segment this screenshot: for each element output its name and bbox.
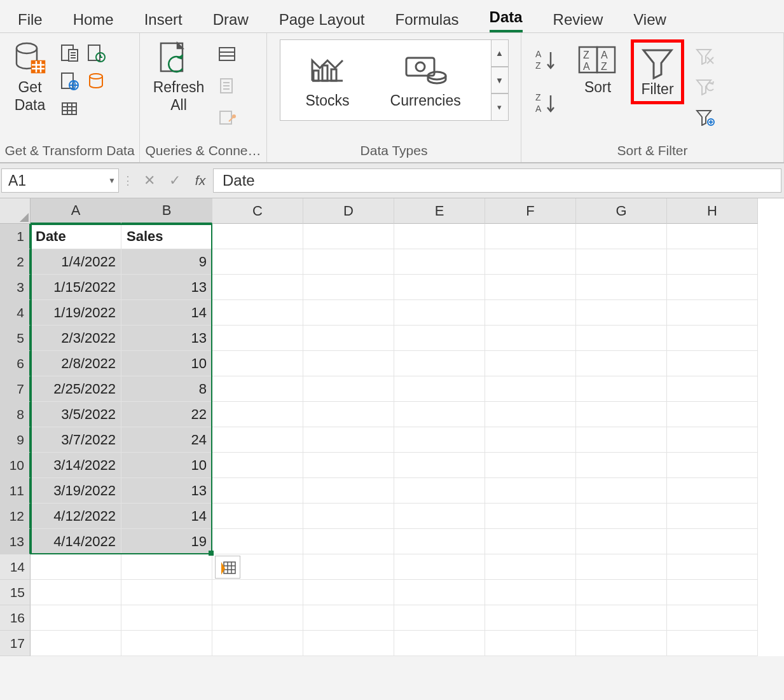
- data-type-stocks[interactable]: Stocks: [306, 51, 350, 109]
- cell[interactable]: [667, 376, 758, 402]
- name-box[interactable]: A1 ▼: [1, 168, 119, 193]
- cell[interactable]: [303, 529, 394, 554]
- row-header[interactable]: 5: [0, 326, 31, 351]
- cell[interactable]: [212, 224, 303, 249]
- gallery-down-button[interactable]: ▼: [491, 67, 509, 94]
- cell[interactable]: [576, 529, 667, 554]
- cell[interactable]: [303, 326, 394, 351]
- cell[interactable]: [667, 249, 758, 275]
- cell[interactable]: [576, 453, 667, 478]
- cell[interactable]: [394, 529, 485, 554]
- cell[interactable]: [394, 631, 485, 656]
- cell[interactable]: [31, 554, 121, 580]
- data-type-currencies[interactable]: Currencies: [390, 51, 461, 109]
- cell[interactable]: [212, 249, 303, 275]
- cell[interactable]: [394, 300, 485, 326]
- edit-links-icon[interactable]: [216, 107, 238, 128]
- cell[interactable]: 13: [121, 275, 212, 300]
- col-header[interactable]: B: [121, 198, 212, 224]
- cell[interactable]: [576, 249, 667, 275]
- cell[interactable]: [485, 605, 576, 631]
- row-header[interactable]: 6: [0, 351, 31, 376]
- cell[interactable]: 3/5/2022: [31, 402, 121, 427]
- cell[interactable]: [212, 326, 303, 351]
- cancel-formula-button[interactable]: ✕: [137, 172, 162, 189]
- cell[interactable]: 13: [121, 326, 212, 351]
- cell[interactable]: [394, 351, 485, 376]
- cell[interactable]: 2/25/2022: [31, 376, 121, 402]
- cell[interactable]: 1/15/2022: [31, 275, 121, 300]
- cell[interactable]: [667, 275, 758, 300]
- sort-desc-button[interactable]: ZA: [532, 89, 560, 117]
- cell[interactable]: [121, 605, 212, 631]
- cell[interactable]: [667, 478, 758, 504]
- cell[interactable]: [394, 249, 485, 275]
- from-web-icon[interactable]: [58, 70, 80, 92]
- cell[interactable]: [667, 529, 758, 554]
- cell[interactable]: [485, 478, 576, 504]
- cell[interactable]: [212, 453, 303, 478]
- cell[interactable]: [31, 605, 121, 631]
- cell[interactable]: 1/4/2022: [31, 249, 121, 275]
- cell[interactable]: [303, 376, 394, 402]
- tab-formulas[interactable]: Formulas: [395, 11, 459, 32]
- cell[interactable]: Sales: [121, 224, 212, 249]
- cell[interactable]: [576, 275, 667, 300]
- row-header[interactable]: 8: [0, 402, 31, 427]
- cell[interactable]: [485, 224, 576, 249]
- cell[interactable]: [485, 300, 576, 326]
- cell[interactable]: [394, 224, 485, 249]
- cell[interactable]: [121, 580, 212, 605]
- cell[interactable]: [667, 224, 758, 249]
- cell[interactable]: [485, 249, 576, 275]
- cell[interactable]: [303, 249, 394, 275]
- cell[interactable]: [394, 402, 485, 427]
- cell[interactable]: 3/14/2022: [31, 453, 121, 478]
- cell[interactable]: [394, 580, 485, 605]
- tab-view[interactable]: View: [633, 11, 666, 32]
- cell[interactable]: [485, 554, 576, 580]
- cell[interactable]: [212, 631, 303, 656]
- cell[interactable]: 2/8/2022: [31, 351, 121, 376]
- cell[interactable]: [667, 427, 758, 453]
- col-header[interactable]: C: [212, 198, 303, 224]
- col-header[interactable]: F: [485, 198, 576, 224]
- cell[interactable]: [667, 580, 758, 605]
- cell[interactable]: [576, 478, 667, 504]
- cell[interactable]: [212, 580, 303, 605]
- col-header[interactable]: A: [31, 198, 121, 224]
- cell[interactable]: [303, 631, 394, 656]
- enter-formula-button[interactable]: ✓: [162, 172, 188, 189]
- tab-home[interactable]: Home: [73, 11, 114, 32]
- cell[interactable]: [394, 275, 485, 300]
- cell[interactable]: [303, 275, 394, 300]
- row-header[interactable]: 12: [0, 504, 31, 529]
- cell[interactable]: [667, 605, 758, 631]
- cell[interactable]: [576, 224, 667, 249]
- cell[interactable]: 4/12/2022: [31, 504, 121, 529]
- reapply-filter-icon[interactable]: [694, 75, 716, 97]
- select-all-corner[interactable]: [0, 198, 31, 224]
- cell[interactable]: 14: [121, 504, 212, 529]
- cell[interactable]: Date: [31, 224, 121, 249]
- row-header[interactable]: 7: [0, 376, 31, 402]
- formula-input[interactable]: Date: [213, 168, 781, 193]
- row-header[interactable]: 10: [0, 453, 31, 478]
- filter-button[interactable]: Filter: [635, 44, 680, 100]
- cell[interactable]: [576, 402, 667, 427]
- advanced-filter-icon[interactable]: [694, 106, 716, 127]
- row-header[interactable]: 2: [0, 249, 31, 275]
- cell[interactable]: [394, 478, 485, 504]
- tab-page-layout[interactable]: Page Layout: [279, 11, 365, 32]
- cell[interactable]: [303, 402, 394, 427]
- row-header[interactable]: 1: [0, 224, 31, 249]
- properties-icon[interactable]: [216, 75, 238, 97]
- row-header[interactable]: 13: [0, 529, 31, 554]
- row-header[interactable]: 4: [0, 300, 31, 326]
- cell[interactable]: [212, 478, 303, 504]
- cell[interactable]: [212, 402, 303, 427]
- cell[interactable]: [394, 453, 485, 478]
- cell[interactable]: [212, 529, 303, 554]
- cell[interactable]: 10: [121, 453, 212, 478]
- cell[interactable]: [303, 478, 394, 504]
